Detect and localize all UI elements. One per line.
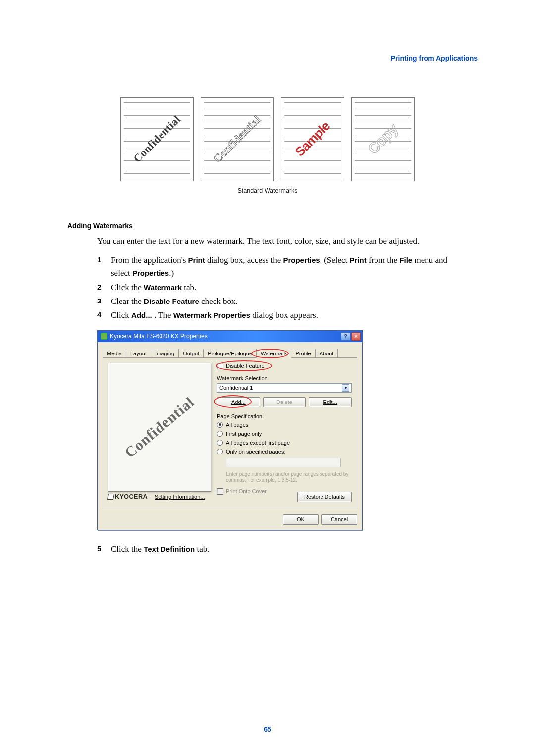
tab-prologue-epilogue[interactable]: Prologue/Epilogue [203,349,257,357]
step-number: 3 [97,295,101,306]
watermark-thumb-copy: Copy [351,97,415,181]
step-3: 3 Clear the Disable Feature check box. [97,295,463,308]
tab-imaging[interactable]: Imaging [151,349,179,357]
watermark-select[interactable]: Confidential 1 ▾ [217,383,352,393]
tab-media[interactable]: Media [103,349,126,357]
page-number: 65 [264,725,271,733]
delete-button[interactable]: Delete [263,397,306,407]
steps-list: 1 From the application's Print dialog bo… [97,254,463,322]
radio-first-page-only[interactable]: First page only [217,431,352,437]
add-button[interactable]: Add... [217,397,260,407]
tab-panel-watermark: Confidential Disable Feature Watermark S… [103,358,357,507]
dropdown-icon[interactable]: ▾ [342,384,349,392]
tab-layout[interactable]: Layout [126,349,151,357]
cancel-button[interactable]: Cancel [321,514,357,525]
radio-specified-pages[interactable]: Only on specified pages: [217,449,352,454]
dialog-footer: OK Cancel [98,511,362,530]
edit-button[interactable]: Edit... [309,397,352,407]
restore-defaults-button[interactable]: Restore Defaults [297,492,352,502]
watermark-preview: Confidential [108,363,211,492]
page-range-hint: Enter page number(s) and/or page ranges … [226,471,352,483]
page-specification-label: Page Specification: [217,413,352,419]
watermark-thumb-confidential-outline: Confidential [201,97,274,181]
step-5: 5 Click the Text Definition tab. [97,544,478,554]
dialog-body: Media Layout Imaging Output Prologue/Epi… [98,342,362,511]
step-number: 1 [97,254,101,265]
help-button[interactable]: ? [341,332,350,341]
step-4: 4 Click Add... . The Watermark Propertie… [97,309,463,322]
properties-dialog: Kyocera Mita FS-6020 KX Properties ? × M… [97,330,363,530]
watermark-thumb-confidential-solid: Confidential [120,97,194,181]
radio-all-pages[interactable]: All pages [217,422,352,428]
intro-paragraph: You can enter the text for a new waterma… [97,236,463,247]
disable-feature-checkbox[interactable] [217,363,223,369]
document-page: Printing from Applications Confidential … [0,0,535,756]
radio-all-except-first[interactable]: All pages except first page [217,440,352,446]
setting-information-link[interactable]: Setting Information... [155,494,205,500]
brand-text: KYOCERA [115,493,148,500]
step-2: 2 Click the Watermark tab. [97,281,463,294]
step-number: 2 [97,281,101,293]
brand-logo-icon [107,494,114,500]
watermark-thumbnails: Confidential Confidential Sample Copy [57,97,478,181]
dialog-titlebar[interactable]: Kyocera Mita FS-6020 KX Properties ? × [98,331,362,342]
step-number: 4 [97,309,101,320]
section-header-link[interactable]: Printing from Applications [57,54,478,62]
preview-text: Confidential [121,393,198,461]
tab-profile[interactable]: Profile [291,349,315,357]
tab-watermark[interactable]: Watermark [256,349,291,358]
figure-caption: Standard Watermarks [57,187,478,194]
app-icon [101,333,107,340]
specified-pages-input[interactable] [226,458,341,467]
close-button[interactable]: × [351,332,361,341]
watermark-thumb-sample: Sample [281,97,344,181]
step-1: 1 From the application's Print dialog bo… [97,254,463,280]
tab-output[interactable]: Output [178,349,204,357]
ok-button[interactable]: OK [283,514,319,525]
watermark-selection-label: Watermark Selection: [217,375,352,381]
tab-about[interactable]: About [315,349,338,357]
step-number: 5 [97,544,101,553]
section-title-adding-watermarks: Adding Watermarks [67,222,478,230]
tab-row: Media Layout Imaging Output Prologue/Epi… [103,347,357,358]
disable-feature-label: Disable Feature [226,363,265,369]
dialog-title: Kyocera Mita FS-6020 KX Properties [110,333,208,340]
